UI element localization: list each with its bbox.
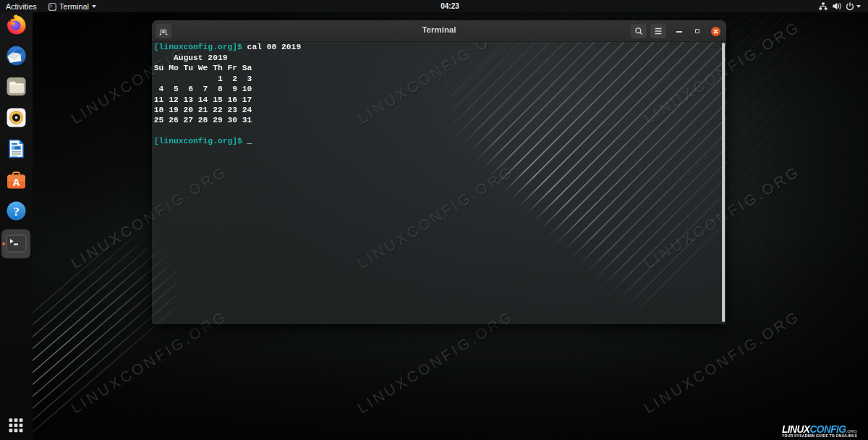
svg-text:LINUXCONFIG.ORG: LINUXCONFIG.ORG [354, 162, 516, 271]
svg-text:LINUXCONFIG.ORG: LINUXCONFIG.ORG [641, 162, 726, 271]
svg-text:LINUXCONFIG.ORG: LINUXCONFIG.ORG [641, 42, 726, 127]
svg-text:LINUXCONFIG.ORG: LINUXCONFIG.ORG [641, 307, 726, 324]
svg-text:LINUXCONFIG.ORG: LINUXCONFIG.ORG [152, 307, 230, 324]
svg-text:LINUXCONFIG.ORG: LINUXCONFIG.ORG [354, 307, 516, 324]
svg-text:LINUXCONFIG.ORG: LINUXCONFIG.ORG [642, 308, 726, 324]
svg-text:LINUXCONFIG.ORG: LINUXCONFIG.ORG [152, 162, 230, 271]
